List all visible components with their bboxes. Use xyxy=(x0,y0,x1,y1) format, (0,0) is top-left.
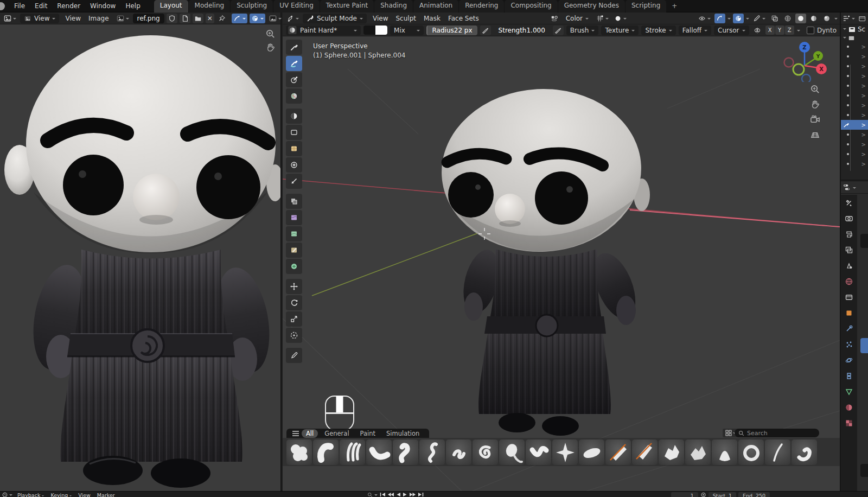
popover-cursor[interactable]: Cursor xyxy=(714,26,749,35)
add-workspace-button[interactable]: + xyxy=(667,1,681,11)
transform-tool[interactable] xyxy=(286,328,302,343)
properties-tab-collection-icon[interactable] xyxy=(841,289,857,305)
overlays-toggle[interactable] xyxy=(733,14,744,23)
play-reverse-button[interactable] xyxy=(396,492,401,497)
sphere-display-dropdown[interactable] xyxy=(612,14,628,23)
shading-wireframe-icon[interactable] xyxy=(782,14,793,23)
outliner-object-row[interactable]: > xyxy=(841,71,868,81)
properties-tab-modifiers-icon[interactable] xyxy=(841,321,857,336)
shelf-tab-simulation[interactable]: Simulation xyxy=(382,429,424,438)
brush-asset-bent-vee[interactable] xyxy=(526,439,551,465)
current-frame-field[interactable]: 1 xyxy=(671,492,698,497)
brush-asset-squiggle[interactable] xyxy=(446,439,471,465)
blur-tool[interactable] xyxy=(286,88,302,104)
popover-falloff[interactable]: Falloff xyxy=(679,26,711,35)
dropdown-caret-icon[interactable] xyxy=(853,187,856,190)
expand-chevron-icon[interactable]: > xyxy=(861,122,866,128)
color-swatch[interactable] xyxy=(363,26,387,35)
workspace-tab-shading[interactable]: Shading xyxy=(374,0,413,12)
viewport-menu-face-sets[interactable]: Face Sets xyxy=(444,15,483,22)
properties-tab-particles-icon[interactable] xyxy=(841,336,857,352)
workspace-tab-geometry-nodes[interactable]: Geometry Nodes xyxy=(558,0,625,12)
properties-tab-render-icon[interactable] xyxy=(841,211,857,226)
expand-caret-icon[interactable] xyxy=(843,28,846,31)
viewport-canvas[interactable]: User Perspective (1) Sphere.001 | Sphere… xyxy=(283,36,840,491)
brush-asset-thin-spike[interactable] xyxy=(765,439,790,465)
brush-asset-snake-stroke[interactable] xyxy=(419,439,445,465)
popover-brush[interactable]: Brush xyxy=(566,26,599,35)
outliner-object-row[interactable]: > xyxy=(841,52,868,61)
brush-asset-smooth-cone[interactable] xyxy=(712,439,737,465)
timeline-editor-icon[interactable] xyxy=(2,492,12,497)
workspace-tab-rendering[interactable]: Rendering xyxy=(459,0,504,12)
expand-chevron-icon[interactable]: > xyxy=(861,103,866,109)
properties-tab-scene-icon[interactable] xyxy=(841,258,857,273)
workspace-tab-layout[interactable]: Layout xyxy=(154,0,188,12)
menu-edit[interactable]: Edit xyxy=(30,1,52,11)
image-menu-image[interactable]: Image xyxy=(85,15,113,22)
image-name-field[interactable]: ref.png xyxy=(133,14,164,23)
outliner-object-row[interactable]: > xyxy=(841,130,868,139)
open-folder-icon[interactable] xyxy=(193,14,203,23)
outliner-filter-icon[interactable] xyxy=(843,15,850,22)
visibility-dropdown[interactable] xyxy=(697,14,712,23)
dropdown-caret-icon[interactable] xyxy=(797,30,800,33)
mesh-filter-tool[interactable] xyxy=(286,194,302,209)
image-type-dropdown[interactable] xyxy=(267,14,283,23)
frame-end-field[interactable]: End 250 xyxy=(738,492,770,497)
secondary-color[interactable] xyxy=(375,26,387,35)
workspace-tab-uv-editing[interactable]: UV Editing xyxy=(273,0,320,12)
symmetry-x-toggle[interactable]: X xyxy=(765,26,775,35)
expand-chevron-icon[interactable]: > xyxy=(861,112,866,118)
properties-tab-physics-icon[interactable] xyxy=(841,352,857,368)
frame-start-field[interactable]: Start 1 xyxy=(709,492,736,497)
popover-texture[interactable]: Texture xyxy=(601,26,639,35)
timeline-menu-keying[interactable]: Keying xyxy=(48,492,74,497)
symmetry-z-toggle[interactable]: Z xyxy=(785,26,794,35)
workspace-tab-modeling[interactable]: Modeling xyxy=(189,0,231,12)
trim-tool[interactable] xyxy=(286,157,302,173)
brush-asset-clay-strokes[interactable] xyxy=(340,439,365,465)
expand-chevron-icon[interactable]: > xyxy=(861,93,866,99)
annotate-tool[interactable] xyxy=(286,348,302,363)
fake-user-shield-icon[interactable] xyxy=(167,14,177,23)
pan-hand-icon[interactable] xyxy=(265,42,276,53)
shelf-tab-all[interactable]: All xyxy=(302,429,318,438)
properties-tab-material-icon[interactable] xyxy=(841,399,857,415)
brush-asset-spiral-curl[interactable] xyxy=(473,439,498,465)
smooth-filter-tool[interactable] xyxy=(286,226,302,241)
browse-image-dropdown[interactable] xyxy=(115,14,131,23)
mask-tool[interactable] xyxy=(286,109,302,124)
zoom-icon[interactable] xyxy=(810,84,820,94)
jump-to-start-button[interactable] xyxy=(380,492,386,497)
shading-solid-icon[interactable] xyxy=(795,14,806,23)
menu-file[interactable]: File xyxy=(9,1,30,11)
image-editor-canvas[interactable] xyxy=(0,24,280,491)
expand-chevron-icon[interactable]: > xyxy=(861,142,866,148)
brush-asset-rough-clump[interactable] xyxy=(659,439,684,465)
dropdown-caret-icon[interactable] xyxy=(746,18,749,21)
menu-help[interactable]: Help xyxy=(120,1,145,11)
properties-tab-object-icon[interactable] xyxy=(841,305,857,321)
dropdown-caret-icon[interactable] xyxy=(834,18,838,21)
camera-view-icon[interactable] xyxy=(810,114,820,125)
image-menu-view[interactable]: View xyxy=(61,15,84,22)
expand-chevron-icon[interactable]: > xyxy=(861,73,866,79)
workspace-tab-sculpting[interactable]: Sculpting xyxy=(231,0,273,12)
brush-asset-angled-slash-line[interactable] xyxy=(632,439,658,465)
menu-render[interactable]: Render xyxy=(52,1,85,11)
brush-asset-rough-clump-2[interactable] xyxy=(685,439,711,465)
expand-chevron-icon[interactable]: > xyxy=(861,54,866,60)
new-image-icon[interactable] xyxy=(180,14,190,23)
brush-asset-s-stroke[interactable] xyxy=(393,439,418,465)
scale-tool[interactable] xyxy=(286,311,302,327)
unlink-close-icon[interactable]: ✕ xyxy=(206,14,214,23)
next-keyframe-button[interactable] xyxy=(409,492,416,497)
strength-slider[interactable]: Strength 1.000 xyxy=(494,26,550,35)
timeline-menu-playback[interactable]: Playback xyxy=(15,492,47,497)
timeline-zoom-icon[interactable] xyxy=(367,492,378,497)
xray-toggle[interactable] xyxy=(769,14,780,23)
new-collection-icon[interactable] xyxy=(859,15,866,22)
mask-mode-dropdown[interactable] xyxy=(549,14,560,23)
brush-asset-cross-star[interactable] xyxy=(552,439,578,465)
